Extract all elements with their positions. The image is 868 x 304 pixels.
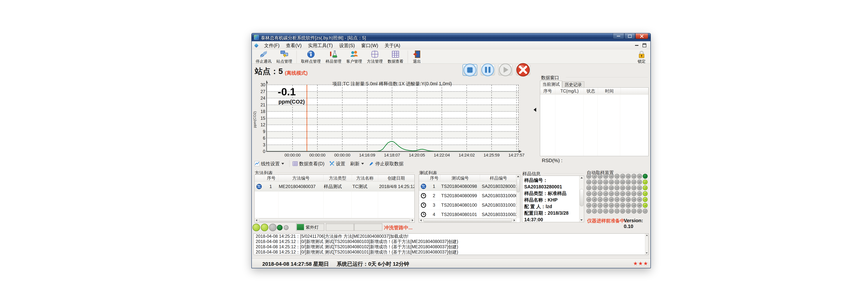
sampler-well-I2[interactable]: I2 <box>598 179 602 184</box>
sampler-well-I5[interactable]: I5 <box>598 197 602 202</box>
sampler-well-J7[interactable]: J7 <box>592 209 597 213</box>
sampler-well-H4[interactable]: H4 <box>603 191 608 196</box>
sampler-well-C5[interactable]: C5 <box>631 197 637 202</box>
chart-toolbar-设置[interactable]: 设置 <box>329 161 345 167</box>
minimize-button[interactable] <box>613 33 624 39</box>
table-row[interactable]: 4TS201804080101SA201803310002 <box>419 210 520 219</box>
sampler-well-D3[interactable]: D3 <box>626 185 631 190</box>
sampler-well-B3[interactable]: B3 <box>637 185 642 190</box>
sampler-well-J3[interactable]: J3 <box>592 185 597 190</box>
sampler-well-K5[interactable]: K5 <box>586 197 591 202</box>
scroll-thumb[interactable] <box>580 189 584 206</box>
sampler-well-C4[interactable]: C4 <box>631 191 637 196</box>
sampler-well-K3[interactable]: K3 <box>586 185 591 190</box>
sampler-well-K6[interactable]: K6 <box>586 203 591 208</box>
sampler-well-C2[interactable]: C2 <box>631 179 637 184</box>
sampler-well-E2[interactable]: E2 <box>620 179 625 184</box>
sampler-well-K2[interactable]: K2 <box>586 179 591 184</box>
sampler-well-F1[interactable]: F1 <box>615 174 619 179</box>
sampler-well-J2[interactable]: J2 <box>592 179 597 184</box>
sampler-well-H6[interactable]: H6 <box>603 203 608 208</box>
vertical-scrollbar[interactable] <box>516 175 520 218</box>
sampler-well-H5[interactable]: H5 <box>603 197 608 202</box>
sampler-well-B6[interactable]: B6 <box>637 203 642 208</box>
sampler-well-A1[interactable]: A1 <box>643 174 648 179</box>
scroll-thumb[interactable] <box>423 218 512 222</box>
sampler-well-J6[interactable]: J6 <box>592 203 597 208</box>
chart-toolbar-刷新[interactable]: 刷新 <box>350 161 364 167</box>
sampler-well-E3[interactable]: E3 <box>620 185 625 190</box>
sampler-well-H3[interactable]: H3 <box>603 185 608 190</box>
toolbar-数据查看[interactable]: 数据查看 <box>385 50 406 64</box>
toolbar-停止通讯[interactable]: 停止通讯 <box>253 50 274 64</box>
tab-current-test[interactable]: 当前测试 <box>540 81 562 88</box>
sampler-well-F5[interactable]: F5 <box>615 197 619 202</box>
sampler-well-D2[interactable]: D2 <box>626 179 631 184</box>
sampler-well-B5[interactable]: B5 <box>637 197 642 202</box>
horizontal-scrollbar[interactable] <box>255 218 414 223</box>
sampler-well-A5[interactable]: A5 <box>643 197 648 202</box>
chart-toolbar-数据查看(D)[interactable]: 数据查看(D) <box>292 161 324 167</box>
sampler-well-F7[interactable]: F7 <box>615 209 619 213</box>
sampler-well-F2[interactable]: F2 <box>615 179 619 184</box>
sampler-well-A3[interactable]: A3 <box>643 185 648 190</box>
menu-item-关于(A)[interactable]: 关于(A) <box>381 41 403 49</box>
sampler-well-E6[interactable]: E6 <box>620 203 625 208</box>
sampler-well-E5[interactable]: E5 <box>620 197 625 202</box>
sampler-well-D4[interactable]: D4 <box>626 191 631 196</box>
lock-button[interactable]: 锁定 <box>637 50 649 64</box>
sampler-well-G3[interactable]: G3 <box>609 185 614 190</box>
menu-item-文件(F)[interactable]: 文件(F) <box>261 41 283 49</box>
sampler-well-G4[interactable]: G4 <box>609 191 614 196</box>
menu-item-窗口(W)[interactable]: 窗口(W) <box>358 41 381 49</box>
table-row[interactable]: 3TS201804080100SA201803310001 <box>419 200 520 210</box>
toolbar-客户管理[interactable]: 客户管理 <box>344 50 365 64</box>
sampler-well-J5[interactable]: J5 <box>592 197 597 202</box>
sampler-well-B2[interactable]: B2 <box>637 179 642 184</box>
collapse-panel-arrow[interactable] <box>534 108 536 112</box>
sampler-well-I3[interactable]: I3 <box>598 185 602 190</box>
sampler-well-I1[interactable]: I1 <box>598 174 602 179</box>
sampler-well-A2[interactable]: A2 <box>643 179 648 184</box>
sampler-well-F4[interactable]: F4 <box>615 191 619 196</box>
sampler-well-J4[interactable]: J4 <box>592 191 597 196</box>
sampler-well-G1[interactable]: G1 <box>609 174 614 179</box>
menu-item-实用工具(T)[interactable]: 实用工具(T) <box>305 41 336 49</box>
log-scrollbar[interactable] <box>645 234 648 255</box>
sampler-well-K7[interactable]: K7 <box>586 209 591 213</box>
sampler-well-C7[interactable]: C7 <box>631 209 637 213</box>
toolbar-站点管理[interactable]: 站点管理 <box>274 50 294 64</box>
sampler-well-D7[interactable]: D7 <box>626 209 631 213</box>
sampler-well-E4[interactable]: E4 <box>620 191 625 196</box>
sampler-well-C6[interactable]: C6 <box>631 203 637 208</box>
pause-button[interactable] <box>480 64 495 75</box>
menu-item-查看(V)[interactable]: 查看(V) <box>283 41 305 49</box>
sampler-well-F3[interactable]: F3 <box>615 185 619 190</box>
sampler-well-B4[interactable]: B4 <box>637 191 642 196</box>
mdi-restore-button[interactable] <box>643 43 646 47</box>
test-list-table[interactable]: 序号测试编号样品编号1TS201804080098SA2018032800012… <box>419 174 520 223</box>
sampler-well-A7[interactable]: A7 <box>643 209 648 213</box>
table-row[interactable]: 1TS201804080098SA201803280001 <box>419 182 520 191</box>
sampler-well-G2[interactable]: G2 <box>609 179 614 184</box>
menu-item-设置(S)[interactable]: 设置(S) <box>336 41 358 49</box>
sampler-well-C3[interactable]: C3 <box>631 185 637 190</box>
method-list-table[interactable]: 序号方法编号方法类型方法名称创建日期1ME201804080037样品测试TC测… <box>254 174 415 223</box>
current-test-table[interactable]: 序号TC(mg/L)状态时间 <box>540 88 649 156</box>
sampler-well-C1[interactable]: C1 <box>631 174 637 179</box>
sample-info-scrollbar[interactable] <box>579 176 584 222</box>
scroll-thumb[interactable] <box>259 218 410 222</box>
table-row[interactable]: 1ME201804080037样品测试TC测试2018/4/8 14:25:12 <box>255 182 414 192</box>
sampler-well-H1[interactable]: H1 <box>603 174 608 179</box>
toolbar-方法管理[interactable]: 方法管理 <box>365 50 385 64</box>
abort-button[interactable] <box>516 64 530 75</box>
event-log[interactable]: 2018-04-08 14:25:21：[5/02411706]方法操作 方法[… <box>254 233 649 255</box>
horizontal-scrollbar[interactable] <box>419 218 516 223</box>
sampler-well-D6[interactable]: D6 <box>626 203 631 208</box>
sampler-well-E7[interactable]: E7 <box>620 209 625 213</box>
chart-toolbar-线性设置[interactable]: 线性设置 <box>254 161 284 167</box>
sampler-well-I4[interactable]: I4 <box>598 191 602 196</box>
play-button[interactable] <box>498 64 513 75</box>
mdi-minimize-button[interactable] <box>635 45 639 46</box>
sampler-well-F6[interactable]: F6 <box>615 203 619 208</box>
